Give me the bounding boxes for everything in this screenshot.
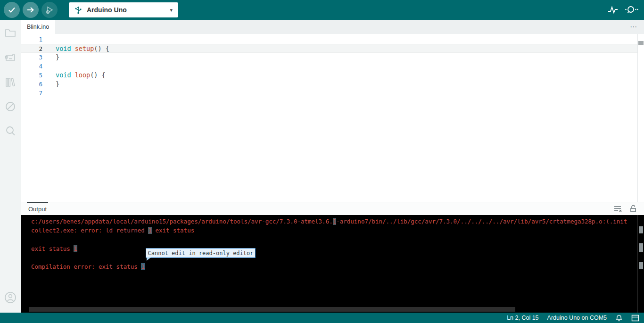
- pulse-icon: [607, 4, 619, 16]
- board-icon: [4, 51, 17, 64]
- chevron-down-icon: ▾: [170, 7, 173, 13]
- board-selector-dropdown[interactable]: Arduino Uno ▾: [69, 2, 178, 17]
- line-number: 7: [21, 89, 53, 98]
- code-text: [53, 35, 56, 44]
- overview-ruler-mark: [639, 226, 643, 233]
- line-number: 4: [21, 62, 53, 71]
- upload-button[interactable]: [23, 2, 39, 18]
- top-toolbar: Arduino Uno ▾: [0, 0, 644, 20]
- overview-ruler-mark: [639, 243, 643, 252]
- code-text: void loop() {: [53, 71, 106, 80]
- sidebar-item-library-manager[interactable]: [0, 70, 21, 94]
- tab-blink-ino[interactable]: Blink.ino: [21, 20, 55, 34]
- code-text: }: [53, 53, 59, 62]
- line-number: 5: [21, 71, 53, 80]
- serial-monitor-button[interactable]: [624, 2, 639, 17]
- sidebar-item-search[interactable]: [0, 119, 21, 143]
- editor-lines: 12void setup() {3}45void loop() {6}7: [21, 35, 637, 98]
- console-scrollbar-divider: [637, 215, 638, 313]
- lock-open-icon: [629, 205, 637, 213]
- activity-sidebar: [0, 20, 21, 313]
- code-line[interactable]: 1: [21, 35, 637, 44]
- console-line: exit status 1: [31, 244, 635, 253]
- output-panel-header: Output: [21, 202, 644, 215]
- console-line: collect2.exe: error: ld returned 1 exit …: [31, 226, 635, 235]
- usb-icon: [74, 6, 82, 14]
- line-number: 3: [21, 53, 53, 62]
- debug-icon: [45, 5, 54, 15]
- check-icon: [8, 6, 16, 14]
- code-text: [53, 62, 56, 71]
- console-lines: c:/users/benes/appdata/local/arduino15/p…: [31, 217, 635, 272]
- prohibited-icon: [4, 100, 17, 113]
- overview-ruler-mark: [639, 262, 643, 269]
- line-number: 1: [21, 35, 53, 44]
- console-horizontal-scrollbar[interactable]: [29, 307, 515, 312]
- code-line[interactable]: 5void loop() {: [21, 71, 637, 80]
- sidebar-item-debug[interactable]: [0, 94, 21, 119]
- debug-button[interactable]: [41, 2, 58, 18]
- books-icon: [4, 76, 17, 88]
- overview-ruler-separator: [638, 260, 644, 260]
- editor-overview-cursor-mark[interactable]: [638, 41, 644, 45]
- board-selector-label: Arduino Uno: [87, 6, 170, 14]
- console-line: [31, 235, 635, 244]
- code-text: void setup() {: [53, 44, 109, 52]
- verify-button[interactable]: [4, 2, 20, 18]
- console-line: c:/users/benes/appdata/local/arduino15/p…: [31, 217, 635, 226]
- code-line[interactable]: 6}: [21, 80, 637, 89]
- arduino-ide-window: Arduino Uno ▾: [0, 0, 644, 323]
- notifications-bell-button[interactable]: [615, 314, 623, 322]
- tooltip-text: Cannot edit in read-only editor: [148, 250, 254, 257]
- editor-tab-bar: Blink.ino ⋯: [21, 20, 644, 34]
- code-text: }: [53, 80, 59, 89]
- console-line: Compilation error: exit status 1: [31, 262, 635, 271]
- clear-output-icon: [614, 205, 622, 213]
- clear-output-button[interactable]: [614, 205, 622, 213]
- tab-output[interactable]: Output: [28, 205, 47, 213]
- output-console[interactable]: c:/users/benes/appdata/local/arduino15/p…: [21, 215, 644, 313]
- console-line: [31, 253, 635, 262]
- tooltip-pointer: [147, 257, 151, 261]
- sidebar-item-account[interactable]: [0, 285, 21, 310]
- magnifier-dots-icon: [625, 4, 639, 16]
- editor-scrollbar-divider: [637, 34, 638, 202]
- serial-plotter-button[interactable]: [605, 2, 620, 17]
- panel-toggle-icon: [631, 315, 639, 322]
- toolbar-right-group: [605, 2, 644, 17]
- line-number: 6: [21, 80, 53, 89]
- person-circle-icon: [4, 291, 17, 304]
- status-bar: Ln 2, Col 15 Arduino Uno on COM5: [0, 313, 644, 323]
- arrow-right-icon: [26, 6, 35, 14]
- sidebar-item-boards-manager[interactable]: [0, 45, 21, 70]
- code-line[interactable]: 7: [21, 89, 637, 98]
- code-editor[interactable]: 12void setup() {3}45void loop() {6}7: [21, 34, 644, 202]
- code-line[interactable]: 2void setup() {: [21, 44, 637, 53]
- folder-icon: [4, 27, 17, 39]
- code-text: [53, 89, 56, 98]
- readonly-tooltip: Cannot edit in read-only editor: [146, 248, 256, 258]
- cursor-position-indicator[interactable]: Ln 2, Col 15: [507, 315, 538, 321]
- code-line[interactable]: 3}: [21, 53, 637, 62]
- toggle-autoscroll-button[interactable]: [629, 205, 637, 213]
- code-line[interactable]: 4: [21, 62, 637, 71]
- line-number: 2: [21, 44, 53, 52]
- search-icon: [4, 125, 17, 137]
- output-header-icons: [614, 205, 644, 213]
- board-port-indicator[interactable]: Arduino Uno on COM5: [547, 315, 607, 321]
- sidebar-item-sketchbook[interactable]: [0, 21, 21, 45]
- more-actions-icon[interactable]: ⋯: [630, 23, 644, 31]
- toggle-bottom-panel-button[interactable]: [631, 315, 639, 322]
- bell-icon: [615, 314, 623, 322]
